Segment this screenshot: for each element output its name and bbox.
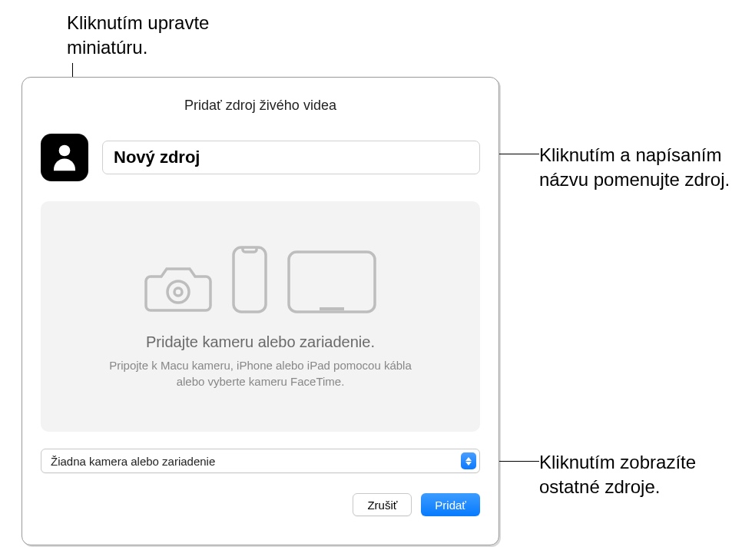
dropdown-label: Žiadna kamera alebo zariadenie [51,455,215,468]
preview-title: Pridajte kameru alebo zariadenie. [146,333,375,351]
svg-rect-4 [289,252,375,312]
preview-area: Pridajte kameru alebo zariadenie. Pripoj… [41,201,480,432]
phone-icon [230,244,269,315]
preview-subtitle: Pripojte k Macu kameru, iPhone alebo iPa… [99,357,422,389]
device-icons [143,244,378,315]
dialog-title: Pridať zdroj živého videa [41,98,480,114]
dialog-footer: Zrušiť Pridať [41,493,480,516]
tablet-icon [286,249,378,315]
cancel-button[interactable]: Zrušiť [353,493,412,516]
dialog-header-row [41,134,480,181]
svg-point-1 [167,281,189,303]
svg-point-0 [59,145,71,157]
svg-point-2 [174,288,182,296]
chevron-up-down-icon [461,452,476,469]
callout-dropdown: Kliknutím zobrazíte ostatné zdroje. [539,450,731,500]
add-live-video-source-dialog: Pridať zdroj živého videa [22,77,499,545]
camera-device-dropdown[interactable]: Žiadna kamera alebo zariadenie [41,449,480,473]
thumbnail-button[interactable] [41,134,88,181]
add-button[interactable]: Pridať [421,493,480,516]
callout-thumbnail: Kliknutím upravte miniatúru. [67,11,267,61]
camera-icon [143,260,214,315]
person-icon [48,140,81,175]
callout-name: Kliknutím a napísaním názvu pomenujte zd… [539,143,731,193]
source-name-input[interactable] [102,141,480,174]
svg-rect-3 [234,247,266,312]
